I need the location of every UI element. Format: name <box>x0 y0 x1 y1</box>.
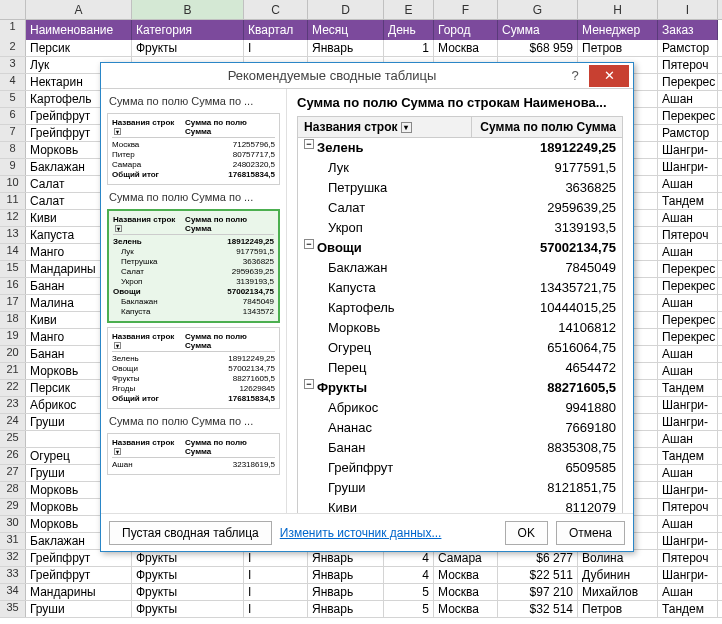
cell[interactable]: Тандем <box>658 193 718 209</box>
cell[interactable]: 1 <box>384 40 434 56</box>
cell[interactable]: Грейпфрут <box>26 567 132 583</box>
row-header[interactable]: 31 <box>0 533 26 549</box>
cell[interactable]: $68 959 <box>498 40 578 56</box>
cell[interactable]: Шангри- <box>658 533 718 549</box>
hdr-sum[interactable]: Сумма <box>498 20 578 40</box>
row-header[interactable]: 29 <box>0 499 26 515</box>
cell[interactable]: I <box>244 40 308 56</box>
preview-child-row[interactable]: Морковь14106812 <box>298 318 622 338</box>
cell[interactable]: Январь <box>308 567 384 583</box>
cell[interactable]: Москва <box>434 567 498 583</box>
cell[interactable]: Шангри- <box>658 482 718 498</box>
row-header[interactable]: 15 <box>0 261 26 277</box>
cell[interactable]: Ашан <box>658 465 718 481</box>
pivot-thumb-3[interactable]: Названия строк▾Сумма по полю Сумма Зелен… <box>107 327 280 409</box>
cell[interactable]: Мандарины <box>26 584 132 600</box>
cell[interactable]: Ашан <box>658 363 718 379</box>
row-header[interactable]: 14 <box>0 244 26 260</box>
pivot-thumbnails-panel[interactable]: Сумма по полю Сумма по ... Названия стро… <box>101 89 287 513</box>
cell[interactable]: Тандем <box>658 380 718 396</box>
dialog-titlebar[interactable]: Рекомендуемые сводные таблицы ? ✕ <box>101 63 633 89</box>
row-header-1[interactable]: 1 <box>0 20 26 40</box>
cell[interactable]: Ашан <box>658 176 718 192</box>
row-header[interactable]: 20 <box>0 346 26 362</box>
preview-child-row[interactable]: Салат2959639,25 <box>298 198 622 218</box>
hdr-name[interactable]: Наименование <box>26 20 132 40</box>
preview-child-row[interactable]: Банан8835308,75 <box>298 438 622 458</box>
collapse-icon[interactable]: − <box>304 139 314 149</box>
cell[interactable]: Январь <box>308 40 384 56</box>
cell[interactable]: I <box>244 601 308 617</box>
cell[interactable]: Ашан <box>658 346 718 362</box>
cell[interactable]: Фрукты <box>132 550 244 566</box>
dropdown-icon[interactable]: ▾ <box>401 122 412 133</box>
row-header[interactable]: 18 <box>0 312 26 328</box>
row-header[interactable]: 10 <box>0 176 26 192</box>
row-header[interactable]: 27 <box>0 465 26 481</box>
preview-group-row[interactable]: −Зелень18912249,25 <box>298 138 622 158</box>
preview-child-row[interactable]: Баклажан7845049 <box>298 258 622 278</box>
blank-pivot-button[interactable]: Пустая сводная таблица <box>109 521 272 545</box>
row-header[interactable]: 22 <box>0 380 26 396</box>
cell[interactable]: Перекрес <box>658 74 718 90</box>
preview-child-row[interactable]: Огурец6516064,75 <box>298 338 622 358</box>
cell[interactable]: 5 <box>384 601 434 617</box>
cell[interactable]: Пятероч <box>658 227 718 243</box>
cell[interactable]: Фрукты <box>132 567 244 583</box>
cell[interactable]: Волина <box>578 550 658 566</box>
row-header[interactable]: 11 <box>0 193 26 209</box>
help-button[interactable]: ? <box>563 68 587 83</box>
preview-child-row[interactable]: Грейпфрут6509585 <box>298 458 622 478</box>
row-header[interactable]: 6 <box>0 108 26 124</box>
row-header[interactable]: 3 <box>0 57 26 73</box>
row-header[interactable]: 9 <box>0 159 26 175</box>
row-header[interactable]: 34 <box>0 584 26 600</box>
cell[interactable]: 4 <box>384 550 434 566</box>
cell[interactable]: Январь <box>308 601 384 617</box>
cell[interactable]: Ашан <box>658 516 718 532</box>
cell[interactable]: Ашан <box>658 210 718 226</box>
cell[interactable]: Перекрес <box>658 278 718 294</box>
hdr-cat[interactable]: Категория <box>132 20 244 40</box>
change-source-link[interactable]: Изменить источник данных... <box>280 526 442 540</box>
cell[interactable]: Самара <box>434 550 498 566</box>
cell[interactable]: Перекрес <box>658 329 718 345</box>
cell[interactable]: $97 210 <box>498 584 578 600</box>
row-header[interactable]: 25 <box>0 431 26 447</box>
ok-button[interactable]: OK <box>505 521 548 545</box>
row-header[interactable]: 24 <box>0 414 26 430</box>
cell[interactable]: Шангри- <box>658 159 718 175</box>
row-header[interactable]: 26 <box>0 448 26 464</box>
cell[interactable]: Фрукты <box>132 40 244 56</box>
cell[interactable]: $22 511 <box>498 567 578 583</box>
hdr-quarter[interactable]: Квартал <box>244 20 308 40</box>
cell[interactable]: Ашан <box>658 584 718 600</box>
preview-group-row[interactable]: −Овощи57002134,75 <box>298 238 622 258</box>
cell[interactable]: Ашан <box>658 244 718 260</box>
preview-child-row[interactable]: Киви8112079 <box>298 498 622 513</box>
cell[interactable]: Фрукты <box>132 601 244 617</box>
row-header[interactable]: 12 <box>0 210 26 226</box>
cell[interactable]: I <box>244 567 308 583</box>
cell[interactable]: Перекрес <box>658 261 718 277</box>
cell[interactable]: Пятероч <box>658 499 718 515</box>
pivot-thumb-1[interactable]: Названия строк▾Сумма по полю Сумма Москв… <box>107 113 280 185</box>
col-header-A[interactable]: A <box>26 0 132 19</box>
cell[interactable]: Шангри- <box>658 142 718 158</box>
cell[interactable]: Петров <box>578 601 658 617</box>
collapse-icon[interactable]: − <box>304 379 314 389</box>
cell[interactable]: Перекрес <box>658 108 718 124</box>
row-header[interactable]: 19 <box>0 329 26 345</box>
cell[interactable]: Пятероч <box>658 57 718 73</box>
cell[interactable]: Шангри- <box>658 567 718 583</box>
cell[interactable]: Рамстор <box>658 125 718 141</box>
row-header[interactable]: 32 <box>0 550 26 566</box>
hdr-month[interactable]: Месяц <box>308 20 384 40</box>
cell[interactable]: Фрукты <box>132 584 244 600</box>
col-header-H[interactable]: H <box>578 0 658 19</box>
cell[interactable]: Москва <box>434 584 498 600</box>
col-header-D[interactable]: D <box>308 0 384 19</box>
pivot-thumb-4[interactable]: Названия строк▾Сумма по полю Сумма Ашан3… <box>107 433 280 475</box>
row-header[interactable]: 8 <box>0 142 26 158</box>
row-header[interactable]: 21 <box>0 363 26 379</box>
